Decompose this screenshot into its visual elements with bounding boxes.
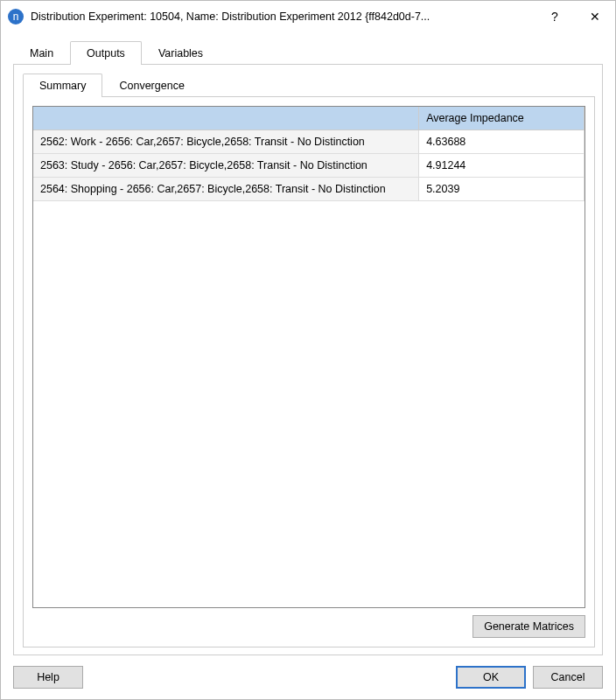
spacer bbox=[90, 666, 449, 689]
dialog-footer: Help OK Cancel bbox=[1, 655, 615, 699]
app-icon: n bbox=[8, 9, 24, 24]
panel-actions: Generate Matrices bbox=[32, 608, 585, 638]
cell-desc: 2562: Work - 2656: Car,2657: Bicycle,265… bbox=[33, 130, 419, 154]
summary-table[interactable]: Average Impedance 2562: Work - 2656: Car… bbox=[32, 106, 585, 608]
content-area: Main Outputs Variables Summary Convergen… bbox=[1, 32, 615, 655]
primary-tabs: Main Outputs Variables bbox=[13, 41, 603, 65]
cell-desc: 2563: Study - 2656: Car,2657: Bicycle,26… bbox=[33, 154, 419, 178]
cell-value: 4.63688 bbox=[419, 130, 584, 154]
cell-desc: 2564: Shopping - 2656: Car,2657: Bicycle… bbox=[33, 178, 419, 201]
titlebar: n Distribution Experiment: 10504, Name: … bbox=[1, 1, 615, 32]
table-row[interactable]: 2563: Study - 2656: Car,2657: Bicycle,26… bbox=[33, 154, 584, 178]
cell-value: 4.91244 bbox=[419, 154, 584, 178]
ok-button[interactable]: OK bbox=[456, 666, 526, 689]
help-button[interactable]: Help bbox=[13, 666, 83, 689]
close-icon[interactable]: ✕ bbox=[575, 1, 615, 32]
tab-convergence[interactable]: Convergence bbox=[102, 74, 200, 97]
tab-summary[interactable]: Summary bbox=[23, 74, 102, 97]
tab-outputs[interactable]: Outputs bbox=[70, 41, 142, 65]
cancel-button[interactable]: Cancel bbox=[533, 666, 603, 689]
table-row[interactable]: 2562: Work - 2656: Car,2657: Bicycle,265… bbox=[33, 130, 584, 154]
tab-variables[interactable]: Variables bbox=[142, 41, 220, 65]
tab-main[interactable]: Main bbox=[13, 41, 70, 65]
secondary-tabs: Summary Convergence bbox=[23, 74, 595, 97]
col-description[interactable] bbox=[33, 107, 419, 130]
generate-matrices-button[interactable]: Generate Matrices bbox=[472, 615, 585, 638]
outputs-panel: Summary Convergence Average Impedance bbox=[13, 65, 603, 655]
summary-panel: Average Impedance 2562: Work - 2656: Car… bbox=[23, 97, 595, 648]
table-row[interactable]: 2564: Shopping - 2656: Car,2657: Bicycle… bbox=[33, 178, 584, 201]
help-icon[interactable]: ? bbox=[535, 1, 575, 32]
cell-value: 5.2039 bbox=[419, 178, 584, 201]
col-average-impedance[interactable]: Average Impedance bbox=[419, 107, 584, 130]
dialog-window: n Distribution Experiment: 10504, Name: … bbox=[0, 0, 616, 700]
window-title: Distribution Experiment: 10504, Name: Di… bbox=[31, 10, 535, 23]
